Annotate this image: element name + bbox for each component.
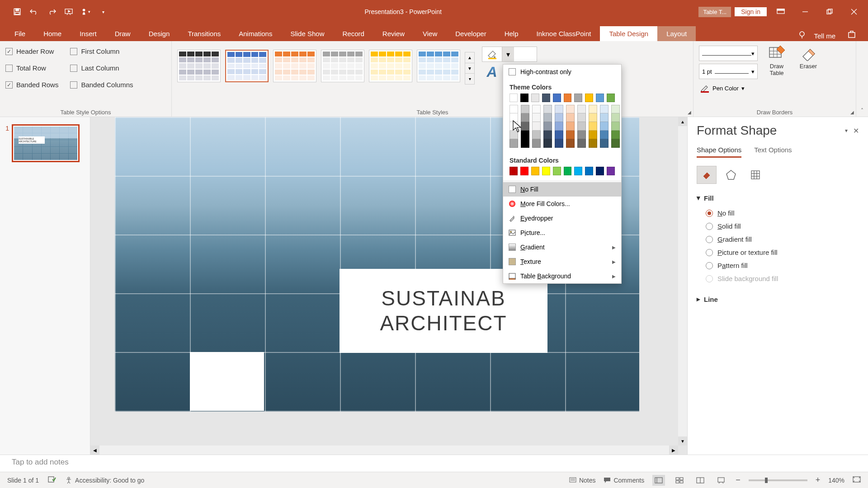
color-swatch[interactable] bbox=[555, 113, 563, 122]
slide-counter[interactable]: Slide 1 of 1 bbox=[7, 477, 39, 484]
check-total-row[interactable]: Total Row bbox=[5, 64, 58, 72]
tab-draw[interactable]: Draw bbox=[106, 26, 140, 41]
tab-developer[interactable]: Developer bbox=[446, 26, 495, 41]
color-swatch[interactable] bbox=[600, 113, 609, 122]
picture-option[interactable]: Picture... bbox=[503, 225, 621, 240]
scroll-left-icon[interactable]: ◀ bbox=[90, 446, 99, 455]
pane-options-icon[interactable]: ▾ bbox=[845, 127, 848, 134]
color-swatch[interactable] bbox=[611, 139, 620, 148]
color-swatch[interactable] bbox=[600, 122, 609, 131]
table-style-item[interactable] bbox=[417, 50, 460, 82]
color-swatch[interactable] bbox=[589, 139, 597, 148]
slideshow-view-icon[interactable] bbox=[715, 475, 727, 486]
color-swatch[interactable] bbox=[509, 105, 518, 113]
color-swatch[interactable] bbox=[600, 131, 609, 139]
color-swatch[interactable] bbox=[521, 105, 529, 113]
tab-layout[interactable]: Layout bbox=[657, 26, 696, 41]
collapse-ribbon-icon[interactable]: ˄ bbox=[856, 41, 868, 117]
color-swatch[interactable] bbox=[521, 113, 529, 122]
gallery-more-icon[interactable]: ▾ bbox=[465, 74, 474, 84]
color-swatch[interactable] bbox=[564, 167, 572, 175]
tab-insert[interactable]: Insert bbox=[71, 26, 106, 41]
color-swatch[interactable] bbox=[611, 113, 620, 122]
color-swatch[interactable] bbox=[607, 94, 615, 102]
radio-solid-fill[interactable]: Solid fill bbox=[697, 220, 859, 233]
check-header-row[interactable]: Header Row bbox=[5, 47, 58, 55]
fill-line-icon[interactable] bbox=[697, 166, 717, 184]
color-swatch[interactable] bbox=[542, 94, 550, 102]
high-contrast-toggle[interactable]: High-contrast only bbox=[503, 65, 621, 79]
vertical-scrollbar[interactable]: ▲ ▼ bbox=[678, 117, 687, 446]
tab-review[interactable]: Review bbox=[373, 26, 414, 41]
color-swatch[interactable] bbox=[589, 131, 597, 139]
color-swatch[interactable] bbox=[611, 105, 620, 113]
table-background-option[interactable]: Table Background▶ bbox=[503, 269, 621, 283]
eyedropper-option[interactable]: Eyedropper bbox=[503, 211, 621, 225]
maximize-icon[interactable] bbox=[819, 3, 840, 20]
tellme-icon[interactable] bbox=[797, 30, 807, 41]
tab-transitions[interactable]: Transitions bbox=[179, 26, 230, 41]
touch-mode-icon[interactable]: ▾ bbox=[81, 7, 90, 16]
scroll-right-icon[interactable]: ▶ bbox=[669, 446, 678, 455]
dialog-launcher-icon[interactable]: ◢ bbox=[688, 110, 691, 115]
color-swatch[interactable] bbox=[577, 122, 586, 131]
slide-thumbnail[interactable]: SUSTAINABLE ARCHITECTURE bbox=[12, 124, 80, 162]
ribbon-display-icon[interactable] bbox=[770, 3, 791, 20]
fill-section-header[interactable]: ▾Fill bbox=[697, 194, 859, 202]
color-swatch[interactable] bbox=[509, 139, 518, 148]
color-swatch[interactable] bbox=[521, 131, 529, 139]
color-swatch[interactable] bbox=[531, 94, 539, 102]
color-swatch[interactable] bbox=[589, 122, 597, 131]
pen-weight-dropdown[interactable]: 1 pt▾ bbox=[699, 64, 758, 79]
scroll-up-icon[interactable]: ▲ bbox=[678, 117, 687, 126]
signin-button[interactable]: Sign in bbox=[735, 7, 767, 16]
reading-view-icon[interactable] bbox=[694, 475, 707, 486]
color-swatch[interactable] bbox=[585, 94, 593, 102]
shape-options-tab[interactable]: Shape Options bbox=[697, 146, 741, 158]
zoom-level[interactable]: 140% bbox=[828, 477, 844, 484]
size-properties-icon[interactable] bbox=[745, 166, 765, 184]
undo-icon[interactable] bbox=[30, 7, 39, 16]
color-swatch[interactable] bbox=[521, 122, 529, 131]
check-last-column[interactable]: Last Column bbox=[70, 64, 133, 72]
tab-view[interactable]: View bbox=[414, 26, 446, 41]
effects-icon[interactable] bbox=[721, 166, 741, 184]
tab-record[interactable]: Record bbox=[333, 26, 373, 41]
color-swatch[interactable] bbox=[520, 167, 528, 175]
color-swatch[interactable] bbox=[566, 122, 575, 131]
draw-table-button[interactable]: Draw Table bbox=[764, 43, 789, 78]
table-style-item[interactable] bbox=[273, 50, 316, 82]
tell-me-label[interactable]: Tell me bbox=[814, 32, 835, 40]
color-swatch[interactable] bbox=[564, 94, 572, 102]
shading-main-button[interactable] bbox=[482, 47, 502, 61]
color-swatch[interactable] bbox=[509, 113, 518, 122]
color-swatch[interactable] bbox=[585, 167, 593, 175]
accessibility-status[interactable]: Accessibility: Good to go bbox=[65, 477, 144, 484]
close-icon[interactable] bbox=[844, 3, 864, 20]
no-fill-option[interactable]: No Fill bbox=[503, 182, 621, 197]
color-swatch[interactable] bbox=[577, 131, 586, 139]
color-swatch[interactable] bbox=[574, 94, 582, 102]
table-style-item[interactable] bbox=[225, 50, 269, 82]
color-swatch[interactable] bbox=[555, 105, 563, 113]
color-swatch[interactable] bbox=[532, 105, 541, 113]
color-swatch[interactable] bbox=[589, 113, 597, 122]
color-swatch[interactable] bbox=[543, 122, 552, 131]
gallery-down-icon[interactable]: ▼ bbox=[465, 63, 474, 74]
color-swatch[interactable] bbox=[543, 105, 552, 113]
color-swatch[interactable] bbox=[553, 167, 561, 175]
line-section-header[interactable]: ▸Line bbox=[697, 295, 859, 303]
radio-picture-fill[interactable]: Picture or texture fill bbox=[697, 246, 859, 259]
close-icon[interactable]: ✕ bbox=[853, 127, 859, 135]
gradient-option[interactable]: Gradient▶ bbox=[503, 240, 621, 254]
color-swatch[interactable] bbox=[607, 167, 615, 175]
color-swatch[interactable] bbox=[555, 131, 563, 139]
color-swatch[interactable] bbox=[509, 122, 518, 131]
quick-styles-button[interactable]: A bbox=[482, 64, 502, 80]
spellcheck-icon[interactable] bbox=[48, 476, 56, 484]
color-swatch[interactable] bbox=[532, 113, 541, 122]
zoom-thumb[interactable] bbox=[765, 478, 768, 483]
check-first-column[interactable]: First Column bbox=[70, 47, 133, 55]
color-swatch[interactable] bbox=[532, 131, 541, 139]
share-icon[interactable] bbox=[847, 30, 857, 41]
